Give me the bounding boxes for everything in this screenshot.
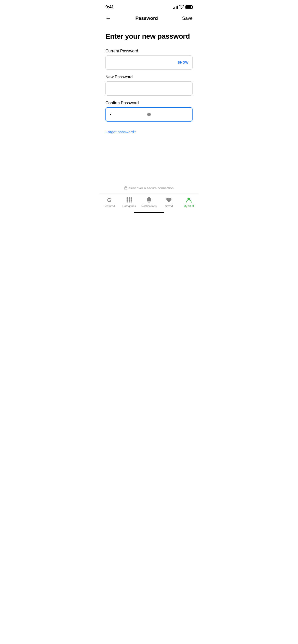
nav-header: ← Password Save [99, 13, 199, 26]
tab-notifications-label: Notifications [141, 204, 157, 208]
status-bar: 9:41 [99, 0, 199, 13]
tab-notifications[interactable]: Notifications [139, 196, 159, 208]
mystuff-icon [185, 196, 192, 203]
featured-icon: G [106, 196, 113, 203]
secure-notice: Sent over a secure connection [99, 186, 199, 190]
main-content: Enter your new password Current Password… [99, 26, 199, 134]
signal-icon [173, 5, 178, 9]
confirm-password-group: Confirm Password [105, 101, 193, 122]
current-password-group: Current Password SHOW [105, 49, 193, 70]
tab-featured-label: Featured [104, 204, 115, 208]
form-heading: Enter your new password [105, 32, 193, 41]
svg-text:G: G [107, 197, 111, 203]
svg-rect-6 [129, 199, 130, 201]
home-indicator [134, 212, 164, 213]
save-button[interactable]: Save [182, 16, 193, 21]
svg-rect-5 [127, 199, 128, 201]
svg-rect-2 [127, 197, 128, 199]
tab-categories[interactable]: Categories [119, 196, 139, 208]
tab-saved-label: Saved [165, 204, 173, 208]
svg-rect-9 [129, 201, 130, 202]
lock-icon [124, 186, 127, 190]
new-password-group: New Password [105, 75, 193, 96]
back-button[interactable]: ← [105, 15, 111, 22]
tab-saved[interactable]: Saved [159, 196, 179, 208]
new-password-label: New Password [105, 75, 193, 79]
battery-icon [185, 5, 193, 9]
svg-rect-4 [131, 197, 132, 199]
secure-text: Sent over a secure connection [129, 186, 174, 190]
tab-categories-label: Categories [122, 204, 136, 208]
current-password-label: Current Password [105, 49, 193, 53]
tab-bar: G Featured Categories [99, 194, 199, 215]
status-time: 9:41 [105, 5, 114, 10]
confirm-password-wrapper [105, 107, 193, 122]
notifications-icon [145, 196, 153, 203]
current-password-wrapper: SHOW [105, 55, 193, 70]
confirm-password-input[interactable] [105, 107, 193, 122]
tab-mystuff-label: My Stuff [184, 204, 194, 208]
wifi-icon [179, 5, 184, 9]
confirm-password-label: Confirm Password [105, 101, 193, 105]
svg-rect-8 [127, 201, 128, 202]
categories-icon [126, 196, 133, 203]
new-password-wrapper [105, 81, 193, 96]
tab-featured[interactable]: G Featured [99, 196, 119, 208]
saved-icon [165, 196, 172, 203]
svg-rect-0 [125, 187, 127, 189]
svg-rect-3 [129, 197, 130, 199]
new-password-input[interactable] [105, 81, 193, 96]
status-icons [173, 5, 193, 9]
forgot-password-link[interactable]: Forgot password? [105, 130, 136, 134]
show-password-button[interactable]: SHOW [178, 61, 188, 64]
svg-rect-10 [131, 201, 132, 202]
tab-mystuff[interactable]: My Stuff [179, 196, 199, 208]
page-title: Password [135, 16, 158, 21]
svg-rect-7 [131, 199, 132, 201]
